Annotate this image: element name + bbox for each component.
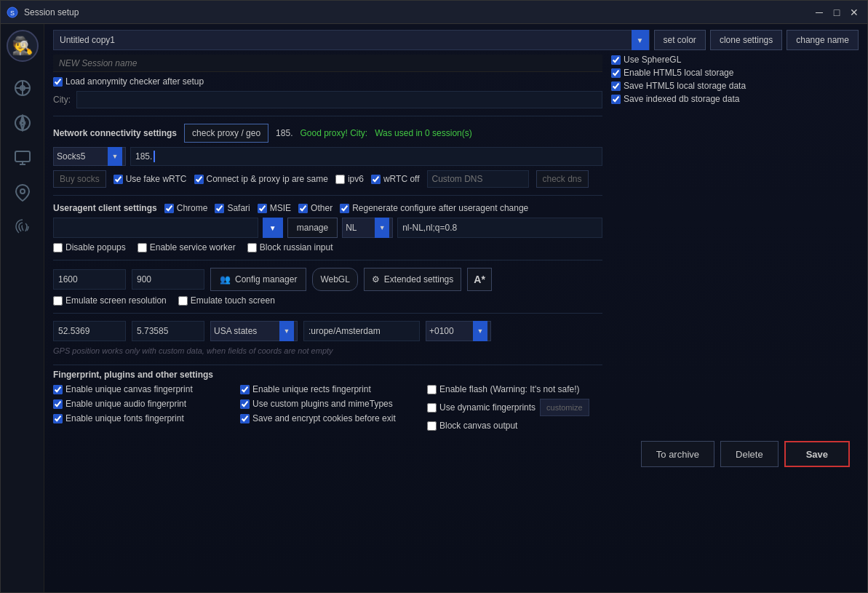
useragent-label: Useragent client settings — [53, 203, 157, 213]
restore-button[interactable]: □ — [829, 5, 844, 20]
cookies-checkbox[interactable]: Save and encrypt cookies before exit — [240, 413, 415, 423]
fonts-checkbox[interactable]: Enable unique fonts fingerprint — [53, 413, 228, 423]
enable-html5-checkbox[interactable]: Enable HTML5 local storage — [611, 68, 859, 78]
proxy-cursor — [154, 151, 155, 162]
delete-button[interactable]: Delete — [720, 441, 779, 467]
city-input[interactable] — [76, 91, 602, 108]
session-name-input[interactable] — [53, 55, 602, 72]
dynamic-row: Use dynamic fingerprints customize — [427, 399, 602, 416]
set-color-button[interactable]: set color — [654, 30, 706, 50]
window-controls: ─ □ ✕ — [812, 5, 861, 20]
extended-icon: ⚙ — [372, 274, 380, 284]
sidebar-compass-icon[interactable] — [8, 108, 37, 138]
manage-button[interactable]: manage — [287, 218, 338, 238]
proxy-ip-value: 185. — [135, 151, 152, 162]
rects-checkbox[interactable]: Enable unique rects fingerprint — [240, 384, 415, 394]
lang-select[interactable]: NL ▼ — [342, 218, 393, 238]
buy-socks-button[interactable]: Buy socks — [53, 170, 106, 188]
proxy-status: Good proxy! City: — [300, 128, 367, 138]
offset-label: +0100 — [429, 326, 454, 336]
block-canvas-checkbox[interactable]: Block canvas output — [427, 421, 602, 431]
lon-input[interactable] — [132, 321, 204, 341]
proxy-row: Socks5 ▼ 185. — [53, 147, 602, 166]
lat-input[interactable] — [53, 321, 126, 341]
network-header: Network connectivity settings check prox… — [53, 124, 602, 143]
fingerprint-grid: Enable unique canvas fingerprint Enable … — [53, 384, 602, 431]
clone-settings-button[interactable]: clone settings — [710, 30, 782, 50]
offset-arrow-icon: ▼ — [473, 321, 487, 341]
gps-row: USA states ▼ +0100 ▼ — [53, 321, 602, 341]
window-title: Session setup — [24, 7, 812, 17]
timezone-input[interactable] — [303, 321, 420, 341]
right-panel: Untitled copy1 ▼ set color clone setting… — [44, 24, 867, 592]
fingerprint-section: Fingerprint, plugins and other settings … — [53, 365, 602, 431]
block-russian-checkbox[interactable]: Block russian input — [247, 242, 333, 252]
custom-dns-input[interactable] — [427, 170, 529, 188]
save-html5-checkbox[interactable]: Save HTML5 local storage data — [611, 81, 859, 91]
webgl-button[interactable]: WebGL — [312, 268, 357, 291]
chrome-checkbox[interactable]: Chrome — [164, 203, 208, 213]
usa-states-select[interactable]: USA states ▼ — [210, 321, 298, 341]
load-checker-checkbox[interactable]: Load anonymity checker after setup — [53, 76, 204, 87]
useragent-input[interactable] — [53, 218, 258, 238]
session-name: Untitled copy1 — [60, 35, 115, 45]
height-input[interactable] — [132, 269, 204, 290]
ua-dropdown-button[interactable]: ▼ — [263, 218, 283, 238]
save-indexed-checkbox[interactable]: Save indexed db storage data — [611, 94, 859, 104]
gps-note: GPS position works only with custom data… — [53, 346, 602, 356]
config-manager-button[interactable]: 👥 Config manager — [210, 268, 306, 291]
sidebar-screen-icon[interactable] — [8, 143, 37, 172]
check-dns-button[interactable]: check dns — [536, 170, 589, 188]
main-content: 🕵️ — [1, 24, 867, 592]
other-checkbox[interactable]: Other — [298, 203, 333, 213]
archive-button[interactable]: To archive — [641, 441, 714, 467]
sidebar-gps-icon[interactable] — [8, 178, 37, 207]
svg-text:S: S — [10, 9, 15, 17]
lang-value-input[interactable] — [397, 218, 602, 238]
disable-popups-checkbox[interactable]: Disable popups — [53, 242, 126, 252]
safari-checkbox[interactable]: Safari — [215, 203, 250, 213]
session-dropdown[interactable]: Untitled copy1 ▼ — [53, 30, 650, 50]
offset-select[interactable]: +0100 ▼ — [426, 321, 491, 341]
fingerprint-col2: Enable unique rects fingerprint Use cust… — [240, 384, 415, 431]
divider-3 — [53, 260, 602, 260]
use-fake-wrtc-checkbox[interactable]: Use fake wRTC — [114, 174, 187, 184]
wrtc-off-checkbox[interactable]: wRTC off — [371, 174, 420, 184]
proxy-type-select[interactable]: Socks5 ▼ — [53, 147, 126, 166]
fingerprint-col3: Enable flash (Warning: It's not safe!) U… — [427, 384, 602, 431]
right-checkboxes: Use SphereGL Enable HTML5 local storage … — [611, 55, 859, 104]
save-button[interactable]: Save — [784, 441, 850, 467]
width-input[interactable] — [53, 269, 126, 290]
popup-row: Disable popups Enable service worker Blo… — [53, 242, 602, 252]
proxy-sessions: Was used in 0 session(s) — [375, 128, 472, 138]
minimize-button[interactable]: ─ — [812, 5, 827, 20]
emulate-screen-checkbox[interactable]: Emulate screen resolution — [53, 295, 167, 306]
useragent-row: ▼ manage NL ▼ — [53, 218, 602, 238]
audio-checkbox[interactable]: Enable unique audio fingerprint — [53, 399, 228, 409]
enable-service-worker-checkbox[interactable]: Enable service worker — [138, 242, 236, 252]
check-proxy-button[interactable]: check proxy / geo — [184, 124, 268, 143]
lang-arrow-icon: ▼ — [375, 218, 389, 238]
network-label: Network connectivity settings — [53, 128, 177, 138]
connect-ip-checkbox[interactable]: Connect ip & proxy ip are same — [194, 174, 328, 184]
regenerate-checkbox[interactable]: Regenerate configure after useragent cha… — [340, 203, 528, 213]
emulate-touch-checkbox[interactable]: Emulate touch screen — [178, 295, 275, 306]
change-name-button[interactable]: change name — [787, 30, 859, 50]
use-spheregl-checkbox[interactable]: Use SphereGL — [611, 55, 859, 65]
proxy-ip-input[interactable]: 185. — [130, 147, 602, 166]
extended-settings-button[interactable]: ⚙ Extended settings — [364, 268, 461, 291]
msie-checkbox[interactable]: MSIE — [258, 203, 291, 213]
close-button[interactable]: ✕ — [847, 5, 861, 20]
ipv6-checkbox[interactable]: ipv6 — [335, 174, 364, 184]
sidebar-network-icon[interactable] — [8, 73, 37, 103]
plugins-checkbox[interactable]: Use custom plugins and mimeTypes — [240, 399, 415, 409]
font-button[interactable]: A* — [467, 268, 492, 291]
svg-point-7 — [20, 189, 25, 194]
sidebar-fingerprint-icon[interactable] — [8, 213, 37, 242]
flash-checkbox[interactable]: Enable flash (Warning: It's not safe!) — [427, 384, 602, 394]
avatar-icon: 🕵️ — [12, 36, 33, 56]
load-checker-row: Load anonymity checker after setup — [53, 76, 602, 87]
canvas-checkbox[interactable]: Enable unique canvas fingerprint — [53, 384, 228, 394]
customize-button[interactable]: customize — [540, 399, 589, 416]
dynamic-checkbox[interactable]: Use dynamic fingerprints — [427, 402, 535, 413]
